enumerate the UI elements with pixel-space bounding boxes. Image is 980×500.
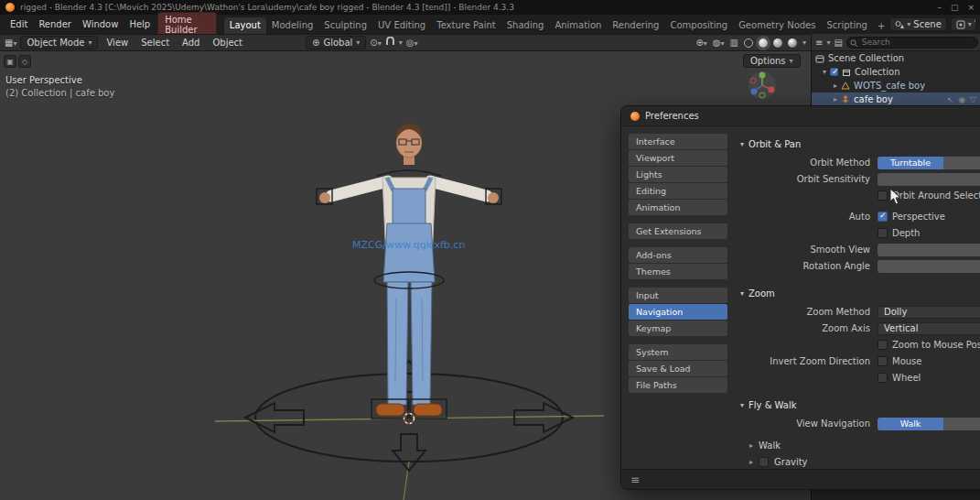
menu-window[interactable]: Window bbox=[77, 17, 124, 31]
add-workspace-button[interactable]: + bbox=[873, 18, 889, 34]
snap-magnet-icon[interactable] bbox=[385, 37, 395, 49]
invert-zoom-mouse-checkbox[interactable] bbox=[878, 356, 888, 366]
hamburger-menu-icon[interactable]: ≡ bbox=[630, 473, 640, 486]
sidebar-item-editing[interactable]: Editing bbox=[629, 183, 727, 199]
object-select-icon[interactable]: ↖ bbox=[947, 95, 954, 104]
menu-help[interactable]: Help bbox=[124, 17, 156, 31]
display-mode-icon[interactable]: ▤ bbox=[834, 38, 842, 48]
tab-texture-paint[interactable]: Texture Paint bbox=[431, 17, 501, 34]
object-filter-icon[interactable]: ▽ bbox=[970, 95, 976, 104]
sidebar-item-lights[interactable]: Lights bbox=[629, 167, 727, 182]
auto-perspective-checkbox[interactable] bbox=[878, 212, 888, 222]
transform-orientation-selector[interactable]: ⊕ Global ▾ bbox=[306, 36, 366, 49]
outliner-search-input[interactable] bbox=[846, 37, 978, 49]
rotation-angle-field[interactable]: 15.000 bbox=[878, 260, 980, 273]
filter-list-icon[interactable]: ≡ bbox=[815, 38, 823, 48]
tab-uv-editing[interactable]: UV Editing bbox=[372, 17, 431, 34]
zoom-method-dropdown[interactable]: Dolly bbox=[878, 306, 980, 319]
orbit-around-selection-checkbox[interactable] bbox=[878, 190, 888, 201]
chevron-down-icon[interactable]: ▾ bbox=[826, 38, 830, 47]
disclosure-icon[interactable]: ▾ bbox=[823, 68, 826, 76]
show-gizmo-icon[interactable]: ⊕▾ bbox=[695, 38, 706, 48]
menu-view[interactable]: View bbox=[102, 37, 133, 49]
sidebar-item-add-ons[interactable]: Add-ons bbox=[629, 247, 727, 263]
smooth-view-field[interactable]: 200 bbox=[878, 244, 980, 256]
orbit-method-trackball-button[interactable]: Trackball bbox=[943, 157, 980, 169]
sidebar-item-keymap[interactable]: Keymap bbox=[629, 321, 727, 336]
tab-layout[interactable]: Layout bbox=[224, 17, 266, 34]
outliner-row-cafe-boy[interactable]: ▸ cafe boy ↖ ◉ ▽ bbox=[812, 92, 980, 106]
collection-checkbox[interactable] bbox=[830, 68, 838, 76]
options-dropdown[interactable]: Options ▾ bbox=[743, 54, 801, 68]
sidebar-item-system[interactable]: System bbox=[629, 344, 727, 360]
navigation-gizmo[interactable] bbox=[747, 70, 778, 103]
menu-object[interactable]: Object bbox=[208, 37, 247, 49]
invert-zoom-wheel-checkbox[interactable] bbox=[878, 373, 888, 383]
tab-animation[interactable]: Animation bbox=[549, 17, 607, 34]
rig-root-circle[interactable] bbox=[255, 374, 563, 462]
auto-depth-checkbox[interactable] bbox=[878, 228, 888, 238]
select-box-tool-icon[interactable]: ▣ bbox=[4, 55, 16, 68]
zoom-axis-dropdown[interactable]: Vertical bbox=[878, 322, 980, 335]
sidebar-item-animation[interactable]: Animation bbox=[629, 200, 727, 215]
zoom-to-mouse-checkbox[interactable] bbox=[878, 340, 888, 350]
character-cafe-boy[interactable] bbox=[319, 124, 499, 416]
menu-add[interactable]: Add bbox=[178, 37, 204, 49]
sidebar-item-save-load[interactable]: Save & Load bbox=[629, 361, 727, 376]
sidebar-item-get-extensions[interactable]: Get Extensions bbox=[629, 223, 727, 239]
tab-shading[interactable]: Shading bbox=[501, 17, 550, 34]
sidebar-item-themes[interactable]: Themes bbox=[629, 264, 727, 279]
tab-rendering[interactable]: Rendering bbox=[607, 17, 664, 34]
sidebar-item-interface[interactable]: Interface bbox=[629, 134, 727, 149]
section-fly-walk[interactable]: ▾ Fly & Walk bbox=[740, 397, 980, 413]
view-navigation-fly-button[interactable]: Fly bbox=[943, 418, 980, 430]
sidebar-item-navigation[interactable]: Navigation bbox=[629, 304, 727, 320]
tab-scripting[interactable]: Scripting bbox=[821, 17, 872, 34]
menu-render[interactable]: Render bbox=[33, 17, 77, 31]
outliner-row-collection[interactable]: ▾ Collection bbox=[812, 65, 980, 79]
snap-options-icon[interactable]: ▾ bbox=[399, 38, 403, 47]
show-overlays-icon[interactable]: ◍▾ bbox=[713, 38, 725, 48]
menu-select[interactable]: Select bbox=[136, 37, 174, 49]
section-orbit-pan[interactable]: ▾ Orbit & Pan bbox=[740, 136, 980, 152]
sidebar-item-viewport[interactable]: Viewport bbox=[629, 150, 727, 166]
walk-subsection[interactable]: ▸ Walk bbox=[740, 437, 980, 453]
gravity-checkbox[interactable] bbox=[759, 457, 769, 467]
section-zoom[interactable]: ▾ Zoom bbox=[740, 285, 980, 301]
tab-compositing[interactable]: Compositing bbox=[664, 17, 733, 34]
proportional-editing-icon[interactable]: ◎▾ bbox=[406, 38, 418, 48]
orbit-method-turntable-button[interactable]: Turntable bbox=[878, 157, 943, 169]
shading-options-icon[interactable]: ▾ bbox=[802, 38, 806, 47]
shading-wireframe-icon[interactable] bbox=[744, 38, 753, 48]
disclosure-icon[interactable]: ▸ bbox=[834, 95, 837, 103]
shading-solid-icon[interactable] bbox=[759, 38, 768, 48]
sidebar-item-input[interactable]: Input bbox=[629, 288, 727, 303]
pivot-point-icon[interactable]: ⊙▾ bbox=[370, 38, 381, 48]
close-button[interactable]: × bbox=[967, 3, 975, 12]
gravity-subsection[interactable]: ▸ Gravity bbox=[740, 453, 980, 469]
disclosure-icon[interactable]: ▸ bbox=[834, 82, 837, 90]
tab-sculpting[interactable]: Sculpting bbox=[318, 17, 372, 34]
object-hide-icon[interactable]: ◉ bbox=[958, 95, 965, 104]
outliner-row-scene-collection[interactable]: Scene Collection bbox=[812, 51, 980, 65]
preferences-title-bar[interactable]: Preferences bbox=[621, 106, 980, 126]
tab-modeling[interactable]: Modeling bbox=[266, 17, 319, 34]
scene-selector[interactable]: ▾ Scene bbox=[889, 17, 947, 31]
shading-rendered-icon[interactable] bbox=[788, 38, 797, 48]
view-navigation-walk-button[interactable]: Walk bbox=[878, 418, 943, 430]
mode-selector[interactable]: Object Mode ▾ bbox=[20, 36, 98, 49]
editor-type-icon[interactable]: ▦▾ bbox=[5, 38, 16, 48]
minimize-button[interactable]: – bbox=[937, 3, 942, 12]
outliner-row-wots-cafe-boy[interactable]: ▸ WOTS_cafe boy bbox=[812, 79, 980, 92]
menu-edit[interactable]: Edit bbox=[5, 17, 33, 31]
orbit-sensitivity-field[interactable]: 0.4° bbox=[878, 173, 980, 186]
sidebar-item-file-paths[interactable]: File Paths bbox=[629, 377, 727, 393]
rig-arrow-east[interactable] bbox=[514, 403, 573, 432]
shading-material-icon[interactable] bbox=[773, 38, 782, 48]
rig-arrow-west[interactable] bbox=[245, 403, 304, 432]
cursor-tool-icon[interactable]: ◇ bbox=[18, 55, 31, 68]
view-layer-selector[interactable]: ▾ Viewla bbox=[951, 17, 975, 31]
maximize-button[interactable]: ▢ bbox=[951, 3, 959, 12]
xray-toggle-icon[interactable]: ▥ bbox=[730, 38, 738, 48]
tab-geometry-nodes[interactable]: Geometry Nodes bbox=[733, 17, 821, 34]
